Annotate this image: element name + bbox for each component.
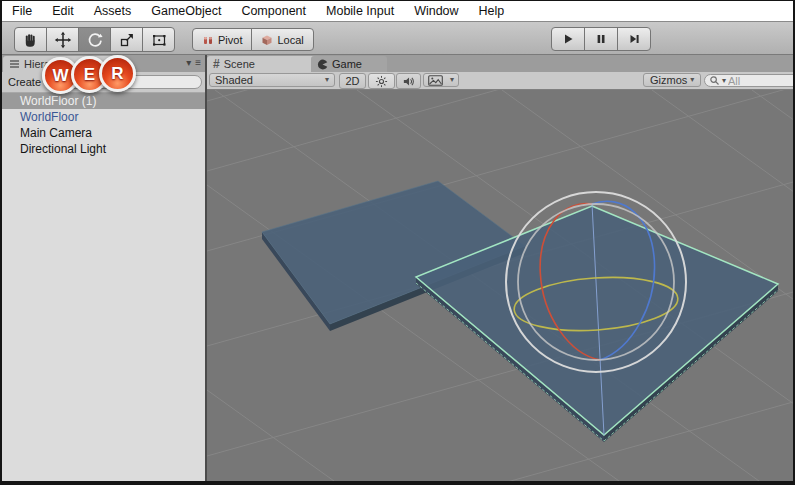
scene-tab-label: Scene bbox=[224, 58, 255, 70]
gizmos-label: Gizmos bbox=[650, 74, 687, 86]
effects-dropdown-button[interactable]: ▾ bbox=[423, 73, 459, 87]
menu-gameobject[interactable]: GameObject bbox=[141, 4, 231, 18]
hand-tool-button[interactable] bbox=[14, 27, 47, 52]
scale-icon bbox=[118, 31, 136, 49]
menu-assets[interactable]: Assets bbox=[84, 4, 142, 18]
menu-help[interactable]: Help bbox=[469, 4, 515, 18]
list-icon bbox=[9, 59, 20, 69]
hierarchy-list: WorldFloor (1) WorldFloor Main Camera Di… bbox=[2, 93, 205, 157]
scene-tab-strip: # Scene Game bbox=[207, 55, 793, 72]
pause-button[interactable] bbox=[584, 27, 618, 51]
shortcut-badge-r: R bbox=[99, 55, 136, 92]
shading-mode-dropdown[interactable]: Shaded ▾ bbox=[209, 73, 335, 87]
lighting-icon bbox=[375, 75, 388, 88]
hierarchy-panel: Hierarchy ▾ ≡ Create WorldFloor (1) Worl… bbox=[2, 55, 205, 481]
hierarchy-item-main-camera[interactable]: Main Camera bbox=[2, 125, 205, 141]
audio-icon bbox=[402, 75, 415, 88]
tab-scene[interactable]: # Scene bbox=[207, 56, 319, 72]
pane-controls: ▾ ≡ bbox=[186, 57, 201, 68]
search-icon bbox=[709, 75, 720, 86]
scene-toolbar: Shaded ▾ 2D bbox=[207, 72, 793, 90]
scene-grid-icon: # bbox=[213, 57, 220, 71]
toggle-2d-button[interactable]: 2D bbox=[339, 73, 366, 89]
scene-panel: # Scene Game Shaded ▾ 2D bbox=[207, 55, 793, 481]
game-icon bbox=[317, 59, 328, 70]
menu-mobile-input[interactable]: Mobile Input bbox=[316, 4, 404, 18]
pivot-label: Pivot bbox=[218, 34, 242, 46]
menu-window[interactable]: Window bbox=[404, 4, 468, 18]
rect-tool-icon bbox=[150, 31, 168, 49]
hierarchy-item-worldfloor[interactable]: WorldFloor bbox=[2, 109, 205, 125]
chevron-down-icon: ▾ bbox=[450, 76, 454, 84]
pause-icon bbox=[594, 32, 608, 46]
2d-label: 2D bbox=[345, 75, 359, 87]
badge-letter: W bbox=[52, 66, 68, 86]
audio-toggle-button[interactable] bbox=[396, 73, 421, 89]
move-icon bbox=[54, 31, 72, 49]
badge-letter: E bbox=[84, 65, 95, 85]
chevron-down-icon: ▾ bbox=[690, 76, 694, 84]
menu-file[interactable]: File bbox=[2, 4, 42, 18]
local-button[interactable]: Local bbox=[251, 28, 313, 51]
menu-edit[interactable]: Edit bbox=[42, 4, 84, 18]
rect-tool-button[interactable] bbox=[142, 27, 175, 52]
rotate-icon bbox=[86, 31, 104, 49]
step-button[interactable] bbox=[617, 27, 651, 51]
gizmos-dropdown[interactable]: Gizmos ▾ bbox=[643, 73, 701, 87]
move-tool-button[interactable] bbox=[46, 27, 79, 52]
hierarchy-item-worldfloor-1[interactable]: WorldFloor (1) bbox=[2, 93, 205, 109]
scene-search-field[interactable]: ▾ bbox=[704, 74, 795, 87]
unity-editor-window: File Edit Assets GameObject Component Mo… bbox=[0, 0, 795, 485]
shading-mode-value: Shaded bbox=[215, 74, 253, 86]
step-icon bbox=[627, 32, 641, 46]
play-icon bbox=[561, 32, 575, 46]
main-toolbar: Pivot Local bbox=[0, 22, 795, 55]
pivot-icon bbox=[202, 34, 214, 46]
game-tab-label: Game bbox=[332, 58, 362, 70]
chevron-down-icon: ▾ bbox=[722, 77, 726, 85]
scene-viewport[interactable] bbox=[207, 90, 793, 481]
lighting-toggle-button[interactable] bbox=[368, 73, 395, 89]
pane-dropdown-icon[interactable]: ▾ bbox=[186, 57, 191, 68]
pivot-button[interactable]: Pivot bbox=[192, 28, 252, 51]
rotate-tool-button[interactable] bbox=[78, 27, 111, 52]
pane-menu-icon[interactable]: ≡ bbox=[195, 57, 201, 68]
playback-controls bbox=[551, 27, 651, 51]
menu-bar: File Edit Assets GameObject Component Mo… bbox=[0, 0, 795, 22]
scene-search-input[interactable] bbox=[728, 75, 788, 87]
play-button[interactable] bbox=[551, 27, 585, 51]
local-label: Local bbox=[277, 34, 303, 46]
chevron-down-icon: ▾ bbox=[325, 76, 329, 84]
tab-game[interactable]: Game bbox=[311, 56, 387, 72]
effects-icon bbox=[428, 75, 443, 86]
pivot-local-toggle: Pivot Local bbox=[192, 28, 314, 51]
transform-tools bbox=[14, 27, 175, 52]
create-button[interactable]: Create bbox=[8, 76, 41, 88]
scale-tool-button[interactable] bbox=[110, 27, 143, 52]
local-cube-icon bbox=[261, 34, 273, 46]
menu-component[interactable]: Component bbox=[231, 4, 316, 18]
hierarchy-item-directional-light[interactable]: Directional Light bbox=[2, 141, 205, 157]
badge-letter: R bbox=[111, 64, 123, 84]
hand-icon bbox=[22, 31, 40, 49]
